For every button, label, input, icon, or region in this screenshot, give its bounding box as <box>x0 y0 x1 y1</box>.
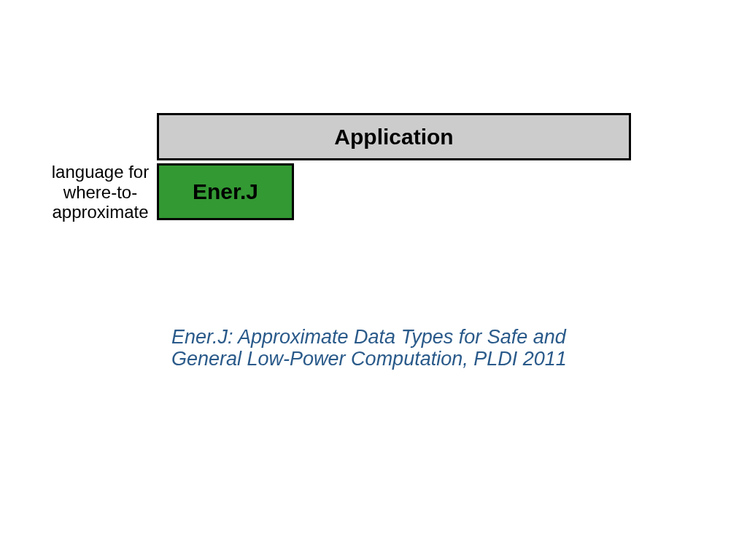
enerj-label: Ener.J <box>193 179 258 204</box>
caption-line-3: approximate <box>52 202 148 222</box>
left-caption: language for where-to- approximate <box>44 162 157 222</box>
caption-line-1: language for <box>52 162 149 182</box>
enerj-box: Ener.J <box>157 163 294 220</box>
citation-text: Ener.J: Approximate Data Types for Safe … <box>171 327 638 370</box>
application-box: Application <box>157 113 631 160</box>
caption-line-2: where-to- <box>63 182 137 202</box>
application-label: Application <box>334 125 453 149</box>
